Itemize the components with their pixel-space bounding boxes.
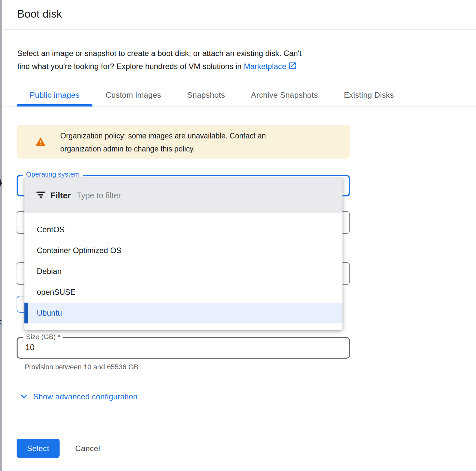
operating-system-dropdown: Filter CentOS Container Optimized OS Deb…: [24, 178, 343, 330]
operating-system-label: Operating system: [23, 170, 83, 178]
filter-list-icon: [36, 190, 46, 201]
size-helper-text: Provision between 10 and 65536 GB: [24, 363, 138, 371]
tab-existing-disks[interactable]: Existing Disks: [331, 84, 407, 106]
tab-public-images[interactable]: Public images: [17, 84, 92, 106]
filter-input[interactable]: [77, 191, 343, 200]
warning-text: Organization policy: some images are una…: [60, 129, 266, 155]
dropdown-option-list: CentOS Container Optimized OS Debian ope…: [24, 213, 343, 330]
option-centos[interactable]: CentOS: [24, 219, 343, 240]
background-page-text-fragment: o: [0, 317, 2, 327]
size-gb-field[interactable]: Size (GB) * 10: [17, 337, 350, 359]
option-opensuse[interactable]: openSUSE: [24, 282, 343, 303]
tab-custom-images[interactable]: Custom images: [92, 84, 174, 106]
option-container-optimized-os[interactable]: Container Optimized OS: [24, 240, 343, 261]
size-gb-value: 10: [25, 343, 35, 352]
show-advanced-configuration-link[interactable]: Show advanced configuration: [19, 392, 137, 402]
header-divider: [3, 29, 476, 30]
select-button[interactable]: Select: [17, 439, 60, 458]
tab-bar: Public images Custom images Snapshots Ar…: [3, 84, 476, 107]
intro-line-2: find what you're looking for? Explore hu…: [17, 60, 301, 74]
intro-line-1: Select an image or snapshot to create a …: [17, 47, 301, 60]
dropdown-filter-row: Filter: [24, 178, 343, 213]
tab-archive-snapshots[interactable]: Archive Snapshots: [238, 84, 331, 106]
page-title: Boot disk: [17, 8, 62, 20]
option-ubuntu-selected[interactable]: Ubuntu: [24, 303, 343, 323]
open-in-new-icon: [288, 61, 297, 74]
boot-disk-form: Operating system Size (GB) * 10 Provisio…: [17, 175, 350, 377]
chevron-down-icon: [19, 392, 29, 402]
filter-label: Filter: [50, 191, 71, 200]
background-page-edge: k o: [0, 0, 2, 471]
org-policy-warning-banner: Organization policy: some images are una…: [17, 125, 350, 159]
boot-disk-panel: Boot disk Select an image or snapshot to…: [3, 0, 476, 471]
tab-snapshots[interactable]: Snapshots: [174, 84, 238, 106]
marketplace-link[interactable]: Marketplace: [244, 62, 287, 71]
intro-text: Select an image or snapshot to create a …: [17, 47, 301, 74]
cancel-button[interactable]: Cancel: [70, 439, 105, 458]
warning-icon: [35, 136, 46, 149]
option-debian[interactable]: Debian: [24, 261, 343, 282]
size-gb-label: Size (GB) *: [23, 333, 63, 341]
background-page-text-fragment: k: [0, 178, 2, 188]
